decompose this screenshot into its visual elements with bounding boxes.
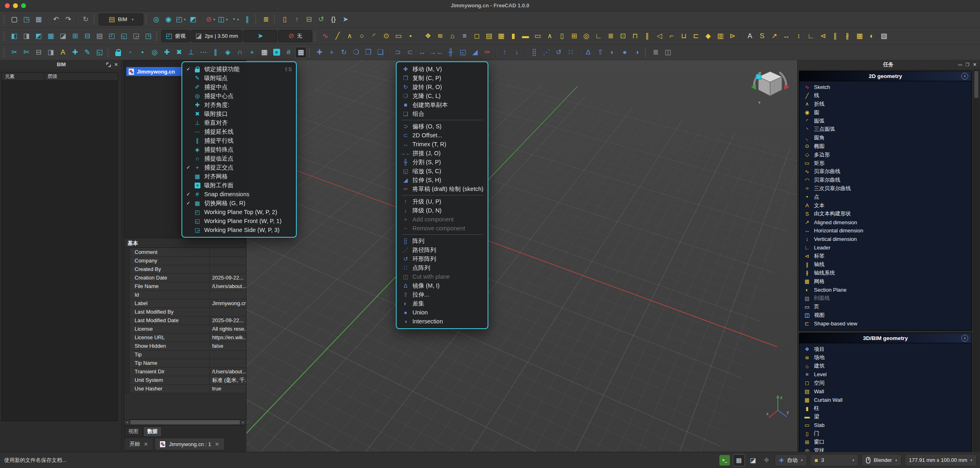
toolbar-grip[interactable]	[274, 15, 276, 24]
redo-icon[interactable]: ↷	[63, 14, 74, 25]
connector-icon[interactable]: ∟	[593, 30, 604, 42]
close-panel-icon[interactable]: ✕	[114, 62, 118, 67]
mirror-icon[interactable]: ∆	[583, 47, 594, 58]
close-panel-icon[interactable]: ✕	[973, 62, 977, 67]
menu-snap-midpoint[interactable]: ✐捕捉中点	[182, 82, 296, 91]
shape-from-text-icon[interactable]: S	[756, 30, 768, 42]
close-tab-icon[interactable]: ✕	[215, 441, 219, 447]
menu-simple-copy[interactable]: ■创建简单副本	[397, 100, 488, 109]
snap-lock-icon[interactable]	[112, 47, 124, 58]
menu-snap-parallel[interactable]: ∥捕捉平行线	[182, 136, 296, 145]
wall-icon[interactable]: ▤	[483, 30, 494, 42]
task-site[interactable]: ≋场地	[799, 353, 971, 362]
arc-icon[interactable]: ◜	[368, 30, 380, 42]
vertical-dimension-icon[interactable]: ↕	[793, 30, 804, 42]
property-row[interactable]: Creation Date2025-09-22...	[124, 273, 246, 282]
line-style-button[interactable]: ◪2px | 3.50 mm	[191, 30, 242, 42]
menu-join[interactable]: →←拼接 (J, O)	[397, 149, 488, 158]
open-document-icon[interactable]: ◳	[21, 14, 32, 25]
toolbar-grip[interactable]	[4, 15, 6, 24]
measure-icon[interactable]: ∥	[242, 14, 253, 25]
toolbar-grip[interactable]	[255, 15, 258, 24]
toolbar-grip[interactable]	[94, 15, 96, 24]
property-row[interactable]: Use Hashertrue	[124, 384, 246, 393]
task-label[interactable]: ⊲标签	[799, 252, 971, 260]
toggle-grid-icon[interactable]: ▦	[295, 47, 307, 58]
task-aligned-dimension[interactable]: ↗Aligned dimension	[799, 218, 971, 227]
arrow-up-icon[interactable]: ↑	[291, 14, 302, 25]
menu-union[interactable]: ●Union	[397, 308, 488, 317]
toolbar-grip[interactable]	[645, 48, 648, 57]
downgrade-icon[interactable]: ↓	[511, 47, 522, 58]
menu-path-array[interactable]: ⋰路径阵列	[397, 245, 488, 254]
offset-2d-icon[interactable]: ⊂	[404, 47, 416, 58]
menu-rotate[interactable]: ↻旋转 (R, O)	[397, 82, 488, 91]
autogroup-button[interactable]: ⊘无	[278, 30, 312, 42]
cut-icon[interactable]: ✂	[9, 47, 20, 58]
menu-working-plane-side[interactable]: ◲Working Plane Side (W, P, 3)	[182, 225, 296, 234]
circle-icon[interactable]: ○	[356, 30, 367, 42]
menu-polar-array[interactable]: ↺环形阵列	[397, 254, 488, 263]
curtain-wall-icon[interactable]: ▦	[495, 30, 507, 42]
menu-clone[interactable]: ❍克隆 (C, L)	[397, 91, 488, 100]
task-section-header[interactable]: 3D/BIM geometry∧	[799, 333, 972, 343]
property-row[interactable]: Last Modified By	[124, 308, 246, 316]
material-icon[interactable]: ◆	[702, 30, 714, 42]
menu-snap-dimensions[interactable]: ✓#Snap dimensions	[182, 190, 296, 199]
property-group-header[interactable]: 基本	[124, 239, 246, 248]
task-section-header[interactable]: 2D geometry∧	[799, 71, 972, 81]
menu-snap-endpoint[interactable]: ✎吸附端点	[182, 74, 296, 82]
task-level[interactable]: ≡Level	[799, 370, 971, 379]
property-row[interactable]: Show Hiddenfalse	[124, 342, 246, 350]
property-row[interactable]: Id	[124, 290, 246, 299]
beam-icon[interactable]: ▬	[520, 30, 531, 42]
tab-data[interactable]: 数据	[143, 427, 162, 437]
bim-3d-view-icon[interactable]: ⊞	[69, 30, 81, 42]
menu-snap-special[interactable]: ◈捕捉特殊点	[182, 145, 296, 154]
task-sketch[interactable]: ∿Sketch	[799, 83, 971, 91]
space-icon[interactable]: ◻	[471, 30, 482, 42]
menu-snap-angle[interactable]: ✚对齐角度:	[182, 100, 296, 109]
snap-near-icon[interactable]: ∩	[234, 47, 246, 58]
menu-stretch[interactable]: ◢拉伸 (S, H)	[397, 176, 488, 184]
task-cubic-bezier[interactable]: ≈三次贝塞尔曲线	[799, 184, 971, 193]
braces-icon[interactable]: {}	[328, 14, 339, 25]
toolbar-grip[interactable]	[315, 32, 317, 41]
snap-working-plane-icon[interactable]: o	[271, 47, 282, 58]
simple-copy-icon[interactable]: ❐	[363, 47, 374, 58]
menu-downgrade[interactable]: ↓降级 (D, N)	[397, 206, 488, 215]
property-row[interactable]: License URLhttps://en.wik...	[124, 333, 246, 342]
hierarchy-column-header[interactable]: 层级	[44, 73, 57, 80]
property-row[interactable]: Comment	[124, 248, 246, 256]
task-curtain-wall[interactable]: ▦Curtain Wall	[799, 396, 971, 404]
property-row[interactable]: Tip	[124, 350, 246, 359]
clone-icon[interactable]: ❍	[350, 47, 362, 58]
task-text[interactable]: A文本	[799, 201, 971, 210]
task-leader[interactable]: ∟Leader	[799, 243, 971, 252]
menu-snap-ortho[interactable]: ✓+捕捉正交点	[182, 163, 296, 172]
hatch-icon[interactable]: ▨	[878, 30, 889, 42]
expand-panel-icon[interactable]	[106, 63, 111, 67]
folder-icon[interactable]: ⊟	[303, 14, 315, 25]
property-row[interactable]: LabelJimmywong.cn	[124, 299, 246, 308]
layer-manager-icon[interactable]: ≣	[650, 47, 661, 58]
snap-ortho-icon[interactable]: +	[246, 47, 258, 58]
snap-perpendicular-icon[interactable]: ⊥	[186, 47, 197, 58]
task-bezier-curve[interactable]: ∿贝塞尔曲线	[799, 167, 971, 176]
polyline-icon[interactable]: ∧	[344, 30, 355, 42]
menu-snap-center[interactable]: ◎捕捉中心点	[182, 91, 296, 100]
menu-scale[interactable]: ◱缩放 (S, C)	[397, 167, 488, 176]
toolbar-grip[interactable]	[156, 32, 159, 41]
point-array-icon[interactable]: ∷	[565, 47, 576, 58]
working-plane-size-dropdown[interactable]: 177.91 mm x 100.00 mm ▾	[904, 454, 977, 466]
ellipse-icon[interactable]: ⊙	[380, 30, 392, 42]
task-polygon[interactable]: ◇多边形	[799, 150, 971, 159]
path-array-icon[interactable]: ⋰	[541, 47, 552, 58]
task-arc[interactable]: ◜圆弧	[799, 117, 971, 125]
bim-elements-tree[interactable]	[1, 81, 118, 421]
tasks-scrollbar[interactable]	[974, 70, 979, 451]
task-arc-3points[interactable]: ◝三点圆弧	[799, 125, 971, 134]
task-project[interactable]: ❖项目	[799, 345, 971, 353]
join-icon[interactable]: →←	[429, 47, 444, 58]
task-polyline[interactable]: ∧折线	[799, 100, 971, 108]
